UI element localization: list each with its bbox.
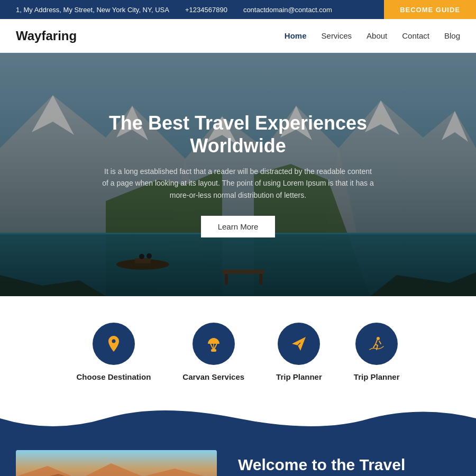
hero-description: It is a long established fact that a rea… bbox=[100, 166, 376, 201]
nav-item-blog[interactable]: Blog bbox=[444, 31, 460, 40]
phone-text: +1234567890 bbox=[185, 6, 227, 14]
wave-divider bbox=[0, 402, 476, 434]
hero-content: The Best Travel Experiences Worldwide It… bbox=[90, 112, 386, 238]
service-trip-planner-1: Trip Planner bbox=[276, 323, 322, 381]
nav-item-services[interactable]: Services bbox=[322, 31, 352, 40]
trip-planner-1-icon bbox=[278, 323, 320, 365]
bottom-title: Welcome to the Travel bbox=[238, 455, 460, 474]
nav-menu: Home Services About Contact Blog bbox=[285, 31, 460, 41]
bottom-section: Welcome to the Travel bbox=[0, 434, 476, 476]
learn-more-button[interactable]: Learn More bbox=[201, 216, 276, 237]
nav-item-about[interactable]: About bbox=[367, 31, 387, 40]
services-section: Choose Destination Carvan Services Trip … bbox=[0, 296, 476, 402]
trip-planner-2-icon bbox=[355, 323, 398, 365]
email-text: contactdomain@contact.com bbox=[243, 6, 332, 14]
svg-rect-24 bbox=[211, 349, 216, 352]
nav-item-home[interactable]: Home bbox=[285, 31, 307, 40]
navbar: Wayfaring Home Services About Contact Bl… bbox=[0, 19, 476, 53]
hero-title: The Best Travel Experiences Worldwide bbox=[100, 112, 376, 157]
choose-destination-label: Choose Destination bbox=[76, 372, 151, 381]
service-trip-planner-2: Trip Planner bbox=[354, 323, 400, 381]
carvan-icon bbox=[193, 323, 235, 365]
top-bar: 1, My Address, My Street, New York City,… bbox=[0, 0, 476, 19]
bottom-text: Welcome to the Travel bbox=[238, 450, 460, 474]
bottom-image bbox=[16, 450, 217, 476]
trip-planner-1-label: Trip Planner bbox=[276, 372, 322, 381]
trip-planner-2-label: Trip Planner bbox=[354, 372, 400, 381]
brand-logo[interactable]: Wayfaring bbox=[16, 29, 77, 43]
address-text: 1, My Address, My Street, New York City,… bbox=[16, 6, 169, 14]
choose-destination-icon bbox=[93, 323, 135, 365]
carvan-label: Carvan Services bbox=[182, 372, 244, 381]
nav-item-contact[interactable]: Contact bbox=[402, 31, 429, 40]
service-carvan: Carvan Services bbox=[182, 323, 244, 381]
bottom-image-placeholder bbox=[16, 450, 217, 476]
top-bar-info: 1, My Address, My Street, New York City,… bbox=[0, 6, 384, 14]
become-guide-button[interactable]: BECOME GUIDE bbox=[384, 0, 476, 19]
hero-section: The Best Travel Experiences Worldwide It… bbox=[0, 53, 476, 296]
service-choose-destination: Choose Destination bbox=[76, 323, 151, 381]
